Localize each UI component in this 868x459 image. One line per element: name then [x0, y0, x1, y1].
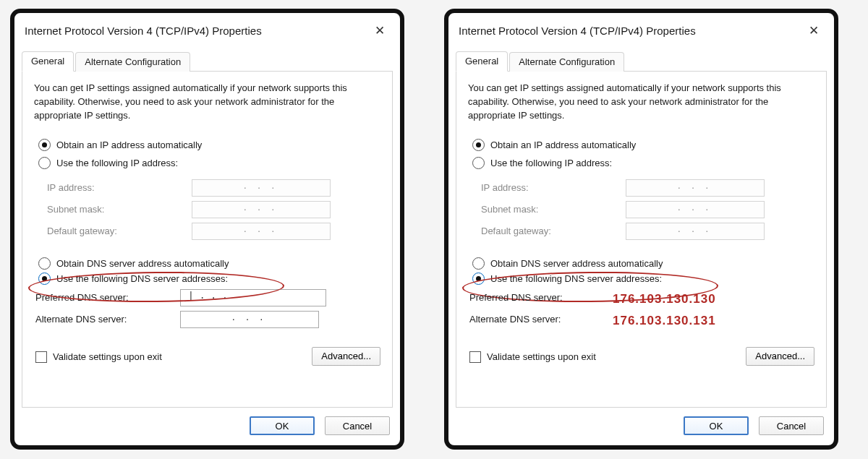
radio-use-following-dns[interactable]: Use the following DNS server addresses:: [472, 273, 814, 285]
field-ip-address: IP address: . . .: [481, 179, 814, 197]
window-title: Internet Protocol Version 4 (TCP/IPv4) P…: [25, 25, 370, 37]
dns-section: Obtain DNS server address automatically …: [34, 254, 380, 338]
radio-icon: [472, 257, 485, 270]
ip-address-label: IP address:: [47, 182, 192, 193]
field-alternate-dns: Alternate DNS server: . . .: [35, 311, 380, 328]
ip-address-input[interactable]: . . .: [626, 179, 765, 197]
radio-label: Use the following DNS server addresses:: [490, 273, 662, 284]
ip-address-label: IP address:: [481, 182, 626, 193]
alternate-dns-label: Alternate DNS server:: [35, 314, 180, 325]
subnet-mask-input[interactable]: . . .: [192, 201, 331, 218]
field-ip-address: IP address: . . .: [47, 179, 380, 197]
default-gateway-label: Default gateway:: [47, 226, 192, 236]
ipv4-properties-dialog-right: Internet Protocol Version 4 (TCP/IPv4) P…: [444, 9, 838, 450]
tab-general[interactable]: General: [22, 51, 74, 72]
ip-fields-block: IP address: . . . Subnet mask: . . . Def…: [47, 175, 380, 244]
intro-text: You can get IP settings assigned automat…: [468, 82, 814, 123]
cancel-button[interactable]: Cancel: [325, 416, 390, 435]
alternate-dns-label: Alternate DNS server:: [469, 314, 614, 325]
tabstrip: General Alternate Configuration: [456, 49, 827, 72]
field-subnet-mask: Subnet mask: . . .: [481, 201, 814, 218]
radio-icon: [472, 157, 485, 169]
dialog-footer: OK Cancel: [14, 408, 400, 445]
radio-icon: [472, 139, 485, 151]
radio-icon: [38, 273, 51, 285]
titlebar: Internet Protocol Version 4 (TCP/IPv4) P…: [14, 13, 400, 45]
radio-label: Use the following IP address:: [56, 158, 178, 168]
radio-label: Obtain an IP address automatically: [490, 140, 636, 150]
close-icon[interactable]: ✕: [370, 20, 390, 40]
radio-use-following-ip[interactable]: Use the following IP address:: [38, 157, 380, 169]
ok-button[interactable]: OK: [250, 416, 315, 435]
subnet-mask-label: Subnet mask:: [481, 204, 626, 215]
ipv4-properties-dialog-left: Internet Protocol Version 4 (TCP/IPv4) P…: [10, 9, 404, 450]
tab-alternate-configuration[interactable]: Alternate Configuration: [509, 52, 624, 72]
advanced-button[interactable]: Advanced...: [312, 347, 380, 366]
close-icon[interactable]: ✕: [804, 20, 824, 40]
field-default-gateway: Default gateway: . . .: [47, 223, 380, 240]
radio-label: Use the following DNS server addresses:: [56, 273, 228, 284]
field-preferred-dns: Preferred DNS server: | . . .: [35, 289, 380, 306]
radio-obtain-ip-auto[interactable]: Obtain an IP address automatically: [472, 139, 814, 151]
field-preferred-dns: Preferred DNS server:: [469, 289, 814, 306]
radio-icon: [38, 257, 51, 270]
ip-fields-block: IP address: . . . Subnet mask: . . . Def…: [481, 175, 814, 244]
default-gateway-label: Default gateway:: [481, 226, 626, 236]
ip-address-input[interactable]: . . .: [192, 179, 331, 197]
default-gateway-input[interactable]: . . .: [626, 223, 765, 240]
radio-label: Obtain DNS server address automatically: [56, 258, 229, 269]
intro-text: You can get IP settings assigned automat…: [34, 82, 380, 123]
subnet-mask-input[interactable]: . . .: [626, 201, 765, 218]
preferred-dns-label: Preferred DNS server:: [35, 292, 180, 303]
tabstrip: General Alternate Configuration: [22, 49, 393, 72]
cancel-button[interactable]: Cancel: [759, 416, 824, 435]
radio-label: Obtain DNS server address automatically: [490, 258, 663, 269]
field-alternate-dns: Alternate DNS server:: [469, 311, 814, 328]
alternate-dns-input[interactable]: . . .: [180, 311, 319, 328]
radio-use-following-ip[interactable]: Use the following IP address:: [472, 157, 814, 169]
radio-label: Use the following IP address:: [490, 158, 612, 168]
tab-content-general: You can get IP settings assigned automat…: [456, 72, 827, 408]
radio-icon: [38, 139, 51, 151]
radio-icon: [472, 273, 485, 285]
tab-general[interactable]: General: [456, 51, 508, 72]
subnet-mask-label: Subnet mask:: [47, 204, 192, 215]
window-title: Internet Protocol Version 4 (TCP/IPv4) P…: [459, 25, 804, 37]
preferred-dns-input[interactable]: | . . .: [180, 289, 326, 306]
dialog-footer: OK Cancel: [448, 408, 834, 445]
tab-alternate-configuration[interactable]: Alternate Configuration: [75, 52, 190, 72]
field-subnet-mask: Subnet mask: . . .: [47, 201, 380, 218]
tab-content-general: You can get IP settings assigned automat…: [22, 72, 393, 408]
radio-obtain-dns-auto[interactable]: Obtain DNS server address automatically: [38, 257, 380, 270]
advanced-button[interactable]: Advanced...: [746, 347, 814, 366]
radio-label: Obtain an IP address automatically: [56, 140, 202, 150]
preferred-dns-label: Preferred DNS server:: [469, 292, 614, 303]
radio-obtain-dns-auto[interactable]: Obtain DNS server address automatically: [472, 257, 814, 270]
ok-button[interactable]: OK: [684, 416, 749, 435]
field-default-gateway: Default gateway: . . .: [481, 223, 814, 240]
titlebar: Internet Protocol Version 4 (TCP/IPv4) P…: [448, 13, 834, 45]
radio-use-following-dns[interactable]: Use the following DNS server addresses:: [38, 273, 380, 285]
dns-section: Obtain DNS server address automatically …: [468, 254, 814, 338]
radio-obtain-ip-auto[interactable]: Obtain an IP address automatically: [38, 139, 380, 151]
radio-icon: [38, 157, 51, 169]
default-gateway-input[interactable]: . . .: [192, 223, 331, 240]
